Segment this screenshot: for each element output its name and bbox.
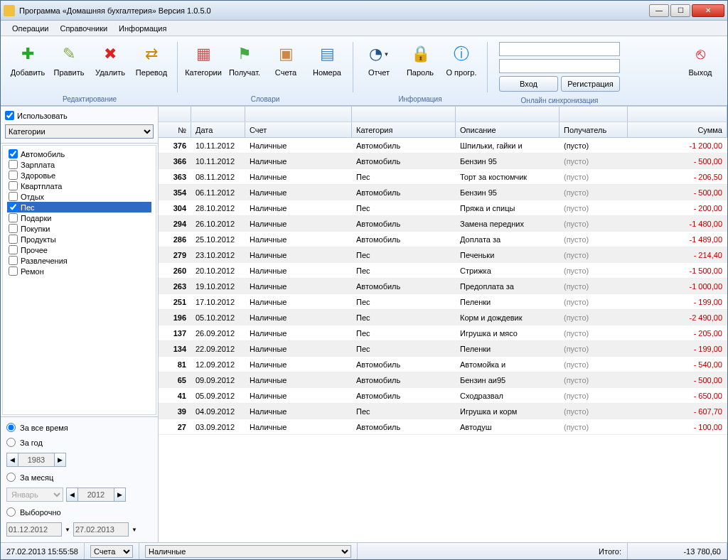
login-button[interactable]: Вход (499, 76, 558, 92)
menu-info[interactable]: Информация (113, 23, 172, 34)
status-total-value: -13 780,60 (628, 543, 727, 559)
table-row[interactable]: 19605.10.2012НаличныеПесКорм и дождевик(… (159, 310, 727, 325)
table-row[interactable]: 3904.09.2012НаличныеПесИгрушка и корм(пу… (159, 404, 727, 419)
table-row[interactable]: 26319.10.2012НаличныеАвтомобильПредоплат… (159, 279, 727, 294)
date-to-input[interactable] (73, 522, 129, 537)
table-row[interactable]: 35406.11.2012НаличныеАвтомобильБензин 95… (159, 185, 727, 200)
col-description: Описание (456, 122, 560, 137)
category-item[interactable]: Покупки (7, 223, 151, 234)
table-row[interactable]: 8112.09.2012НаличныеАвтомобильАвтомойка … (159, 357, 727, 372)
transfer-button[interactable]: ⇄Перевод (132, 39, 171, 93)
minimize-button[interactable]: — (649, 4, 669, 17)
statusbar: 27.02.2013 15:55:58 Счета Наличные Итого… (1, 542, 727, 559)
delete-button[interactable]: ✖Удалить (90, 39, 130, 93)
table-row[interactable]: 2703.09.2012НаличныеАвтомобильАвтодуш(пу… (159, 419, 727, 435)
col-date: Дата (191, 122, 245, 137)
table-row[interactable]: 30428.10.2012НаличныеПесПряжа и спицы(пу… (159, 200, 727, 216)
atm-icon: ▤ (316, 43, 338, 65)
period-all-radio[interactable]: За все время (6, 423, 152, 432)
table-row[interactable]: 37610.11.2012НаличныеАвтомобильШпильки, … (159, 138, 727, 154)
status-account-type[interactable]: Счета (90, 545, 133, 558)
pencil-icon: ✎ (58, 43, 80, 65)
date-from-input[interactable] (6, 522, 62, 537)
close-button[interactable]: ✕ (692, 4, 724, 17)
table-row[interactable]: 36610.11.2012НаличныеАвтомобильБензин 95… (159, 154, 727, 169)
table-row[interactable]: 25117.10.2012НаличныеПесПеленки(пусто)- … (159, 294, 727, 310)
table-row[interactable]: 13422.09.2012НаличныеПесПеленки(пусто)- … (159, 341, 727, 357)
people-icon: ⚑ (233, 43, 256, 65)
col-recipient: Получатель (560, 122, 628, 137)
window-title: Программа «Домашняя бухгалтерия» Версия … (19, 6, 649, 15)
period-month-radio[interactable]: За месяц (6, 473, 152, 482)
ribbon: ✚Добавить ✎Править ✖Удалить ⇄Перевод Ред… (1, 36, 727, 106)
col-sum: Сумма (628, 122, 727, 137)
category-item[interactable]: Развлечения (7, 255, 151, 266)
sidebar: Использовать Категории АвтомобильЗарплат… (1, 107, 159, 542)
recipients-button[interactable]: ⚑Получат. (225, 39, 264, 93)
table-row[interactable]: 29426.10.2012НаличныеАвтомобильЗамена пе… (159, 216, 727, 232)
register-button[interactable]: Регистрация (561, 76, 620, 92)
delete-icon: ✖ (99, 43, 122, 65)
category-item[interactable]: Отдых (7, 191, 151, 202)
status-datetime: 27.02.2013 15:55:58 (1, 543, 85, 559)
category-item[interactable]: Здоровье (7, 170, 151, 181)
month-year-spinner[interactable]: ◀▶ (66, 488, 126, 502)
period-year-radio[interactable]: За год (6, 438, 152, 447)
menu-reference[interactable]: Справочники (54, 23, 113, 34)
filter-type-combo[interactable]: Категории (5, 124, 154, 139)
use-filter-checkbox[interactable]: Использовать (5, 111, 154, 120)
month-select[interactable]: Январь (6, 488, 63, 502)
table-row[interactable]: 27923.10.2012НаличныеПесПеченьки(пусто)-… (159, 247, 727, 263)
exit-icon: ⎋ (689, 43, 712, 65)
accounts-button[interactable]: ▣Счета (266, 39, 306, 93)
table-row[interactable]: 26020.10.2012НаличныеПесСтрижка(пусто)-1… (159, 263, 727, 279)
category-item[interactable]: Квартплата (7, 181, 151, 191)
numbers-button[interactable]: ▤Номера (307, 39, 347, 93)
col-num: № (159, 122, 191, 137)
add-button[interactable]: ✚Добавить (8, 39, 48, 93)
pie-chart-icon: ◔▼ (368, 43, 390, 65)
data-grid: № Дата Счет Категория Описание Получател… (159, 107, 727, 542)
grid-filter-row[interactable] (159, 107, 727, 122)
category-item[interactable]: Зарплата (7, 159, 151, 170)
col-category: Категория (352, 122, 456, 137)
table-row[interactable]: 4105.09.2012НаличныеАвтомобильСходразвал… (159, 388, 727, 404)
password-button[interactable]: 🔒Пароль (400, 39, 440, 93)
status-total-label: Итого: (593, 543, 628, 559)
category-item[interactable]: Продукты (7, 234, 151, 244)
category-item[interactable]: Прочее (7, 244, 151, 255)
category-item[interactable]: Автомобиль (7, 149, 151, 159)
category-item[interactable]: Ремон (7, 266, 151, 276)
period-custom-radio[interactable]: Выборочно (6, 507, 152, 517)
menubar: Операции Справочники Информация (1, 21, 727, 36)
menu-operations[interactable]: Операции (6, 23, 54, 34)
status-account-value[interactable]: Наличные (145, 545, 351, 558)
table-row[interactable]: 36308.11.2012НаличныеПесТорт за костюмчи… (159, 169, 727, 185)
wallet-icon: ▣ (274, 43, 297, 65)
plus-icon: ✚ (16, 43, 39, 65)
category-item[interactable]: Пес (7, 202, 151, 212)
table-row[interactable]: 13726.09.2012НаличныеПесИгрушка и мясо(п… (159, 325, 727, 341)
report-button[interactable]: ◔▼Отчет (359, 39, 399, 93)
group-dict-label: Словари (251, 93, 280, 105)
about-button[interactable]: ⓘО прогр. (441, 39, 481, 93)
group-info-label: Информация (398, 93, 441, 105)
grid-header[interactable]: № Дата Счет Категория Описание Получател… (159, 122, 727, 138)
lock-icon: 🔒 (409, 43, 432, 65)
year-spinner[interactable]: ◀▶ (6, 453, 66, 467)
sync-password-input[interactable] (499, 59, 620, 73)
category-list[interactable]: АвтомобильЗарплатаЗдоровьеКвартплатаОтды… (2, 145, 156, 415)
col-account: Счет (245, 122, 352, 137)
table-row[interactable]: 6509.09.2012НаличныеАвтомобильБензин аи9… (159, 372, 727, 388)
transfer-icon: ⇄ (140, 43, 163, 65)
edit-button[interactable]: ✎Править (49, 39, 89, 93)
exit-button[interactable]: ⎋Выход (680, 39, 720, 93)
maximize-button[interactable]: ☐ (670, 4, 690, 17)
group-edit-label: Редактирование (63, 93, 117, 105)
categories-button[interactable]: ▦Категории (183, 39, 223, 93)
category-item[interactable]: Подарки (7, 212, 151, 223)
group-sync-label: Онлайн синхронизация (521, 95, 599, 107)
table-row[interactable]: 28625.10.2012НаличныеАвтомобильДоплата з… (159, 232, 727, 247)
boxes-icon: ▦ (192, 43, 215, 65)
sync-login-input[interactable] (499, 42, 620, 56)
